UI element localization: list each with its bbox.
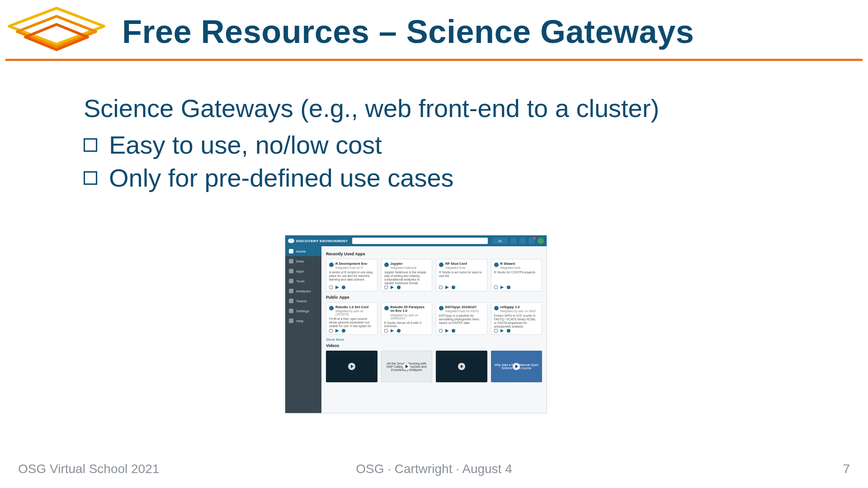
video-thumbnail[interactable] xyxy=(436,351,487,382)
search-filter[interactable]: All xyxy=(492,238,508,244)
slide-body: Science Gateways (e.g., web front-end to… xyxy=(0,61,868,195)
favorite-icon[interactable] xyxy=(494,329,498,333)
slide-title: Free Resources – Science Gateways xyxy=(122,13,694,50)
bullet-item: Easy to use, no/low cost xyxy=(84,129,823,162)
info-icon[interactable] xyxy=(397,286,401,289)
footer-left: OSG Virtual School 2021 xyxy=(18,462,159,476)
apps-icon xyxy=(289,269,293,273)
favorite-icon[interactable] xyxy=(329,329,333,333)
bullet-text: Only for pre-defined use cases xyxy=(109,162,454,195)
app-card[interactable]: refSgipp 1.0Integrated by user on 24/07 … xyxy=(491,302,542,335)
bullet-text: Easy to use, no/low cost xyxy=(109,129,382,162)
app-topbar: DISCOVERY ENVIRONMENT All xyxy=(285,235,547,246)
sidebar-item-data[interactable]: Data xyxy=(285,256,321,266)
run-icon[interactable] xyxy=(445,329,449,333)
checkbox-empty-icon xyxy=(84,171,97,185)
footer-center: OSG · Cartwright · August 4 xyxy=(356,462,512,476)
video-thumbnail[interactable]: Why start a Foundational Open Science Sk… xyxy=(491,351,542,382)
page-number: 7 xyxy=(843,462,850,476)
app-card[interactable]: JupyterIntegrated notebook Jupyter Noteb… xyxy=(381,259,433,291)
video-thumbnail[interactable] xyxy=(326,351,377,382)
gear-icon xyxy=(289,309,293,313)
app-type-icon xyxy=(494,306,499,310)
svg-marker-1 xyxy=(17,16,96,47)
lead-text: Science Gateways (e.g., web front-end to… xyxy=(84,93,784,124)
info-icon[interactable] xyxy=(507,329,510,333)
app-type-icon xyxy=(329,263,334,267)
recent-apps-grid: R Development EnvIntegrated tools for R … xyxy=(326,259,542,291)
home-icon xyxy=(289,249,293,253)
info-icon[interactable] xyxy=(507,286,510,289)
content-area: Recently Used Apps R Development EnvInte… xyxy=(321,246,547,413)
sidebar-item-help[interactable]: Help xyxy=(285,316,321,326)
info-icon[interactable] xyxy=(342,286,345,289)
sidebar-item-analyses[interactable]: Analyses xyxy=(285,286,321,296)
app-card[interactable]: R Development EnvIntegrated tools for R … xyxy=(326,259,377,291)
run-icon[interactable] xyxy=(335,329,339,333)
help-icon xyxy=(289,319,293,323)
info-icon[interactable] xyxy=(452,329,455,333)
app-main: Home Data Apps Tools Analyses Teams Sett… xyxy=(285,246,547,413)
app-card[interactable]: ENTGpyc 20100107Integrated tools for ENT… xyxy=(436,302,487,335)
favorite-icon[interactable] xyxy=(384,286,388,289)
notifications-icon[interactable] xyxy=(528,238,535,244)
app-window: DISCOVERY ENVIRONMENT All Home Data Apps… xyxy=(285,235,547,413)
favorite-icon[interactable] xyxy=(384,329,388,333)
run-icon[interactable] xyxy=(500,329,504,333)
goggles-icon xyxy=(288,239,294,243)
sidebar-item-apps[interactable]: Apps xyxy=(285,266,321,276)
play-icon xyxy=(458,363,465,370)
user-avatar[interactable] xyxy=(538,238,544,244)
info-icon[interactable] xyxy=(452,286,455,289)
embedded-screenshot: DISCOVERY ENVIRONMENT All Home Data Apps… xyxy=(285,235,547,413)
section-heading-videos: Videos xyxy=(326,343,542,348)
video-thumbnail[interactable]: Hit the Ground Running with SNP Calling … xyxy=(381,351,433,382)
favorite-icon[interactable] xyxy=(439,329,443,333)
play-icon xyxy=(348,363,355,370)
bookmark-icon[interactable] xyxy=(519,238,526,244)
bullet-item: Only for pre-defined use cases xyxy=(84,162,823,195)
analyses-icon xyxy=(289,289,293,293)
run-icon[interactable] xyxy=(335,286,339,289)
app-card[interactable]: RF Stud ConfIntegrated tools R Studio is… xyxy=(436,259,487,291)
slide-footer: OSG Virtual School 2021 OSG · Cartwright… xyxy=(0,462,868,476)
checkbox-empty-icon xyxy=(84,138,97,152)
sidebar-item-tools[interactable]: Tools xyxy=(285,276,321,286)
app-type-icon xyxy=(494,263,499,267)
favorite-icon[interactable] xyxy=(439,286,443,289)
section-heading-public: Public Apps xyxy=(326,295,542,300)
sidebar-item-home[interactable]: Home xyxy=(285,246,321,256)
public-apps-grid: Rstudio 1.0 Set ConfIntegrated by user o… xyxy=(326,302,542,335)
app-type-icon xyxy=(329,306,334,310)
app-card[interactable]: R StwardIntegrated tools R Studio for CC… xyxy=(491,259,542,291)
brand-text: DISCOVERY ENVIRONMENT xyxy=(296,239,348,243)
data-icon xyxy=(289,259,293,263)
slide: Free Resources – Science Gateways Scienc… xyxy=(0,0,868,488)
videos-grid: Hit the Ground Running with SNP Calling … xyxy=(326,351,542,382)
app-card[interactable]: Rstudio 1.0 Set ConfIntegrated by user o… xyxy=(326,302,377,335)
app-card[interactable]: Rstudio 05 Paralyses on Env 1.0Integrate… xyxy=(381,302,433,335)
app-type-icon xyxy=(384,263,389,267)
sidebar: Home Data Apps Tools Analyses Teams Sett… xyxy=(285,246,321,413)
run-icon[interactable] xyxy=(391,286,394,289)
app-type-icon xyxy=(439,306,443,310)
run-icon[interactable] xyxy=(445,286,449,289)
teams-icon xyxy=(289,299,293,303)
run-icon[interactable] xyxy=(391,329,394,333)
info-icon[interactable] xyxy=(342,329,345,333)
slide-header: Free Resources – Science Gateways xyxy=(0,0,868,59)
search-input[interactable] xyxy=(352,238,488,244)
info-icon[interactable] xyxy=(397,329,401,333)
favorite-icon[interactable] xyxy=(494,286,498,289)
svg-marker-0 xyxy=(9,8,104,44)
sidebar-item-teams[interactable]: Teams xyxy=(285,296,321,306)
osg-logo-icon xyxy=(5,5,108,59)
sidebar-item-settings[interactable]: Settings xyxy=(285,306,321,316)
run-icon[interactable] xyxy=(500,286,504,289)
tools-icon xyxy=(289,279,293,283)
favorite-icon[interactable] xyxy=(329,286,333,289)
bullet-list: Easy to use, no/low cost Only for pre-de… xyxy=(84,129,823,195)
section-heading-recent: Recently Used Apps xyxy=(326,252,542,256)
apps-grid-icon[interactable] xyxy=(510,238,517,244)
show-more-link[interactable]: Show More xyxy=(326,338,542,342)
